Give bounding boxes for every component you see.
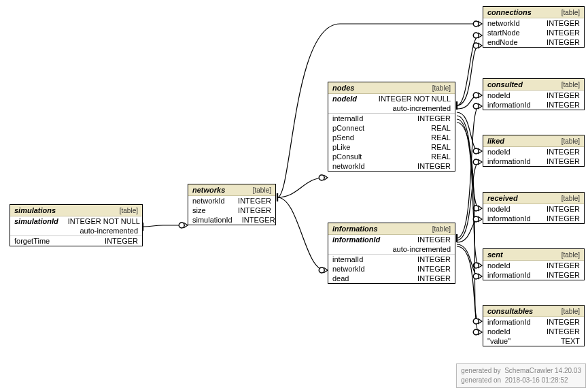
table-name: nodes: [332, 84, 354, 92]
table-tag: [table]: [561, 9, 580, 16]
table-tag: [table]: [561, 137, 580, 145]
column-row: informationId INTEGER: [483, 157, 584, 166]
column-row: forgetTime INTEGER: [10, 235, 142, 246]
table-received: received [table] nodeId INTEGER informat…: [483, 192, 585, 224]
table-tag: [table]: [432, 84, 451, 92]
column-row: internalId INTEGER: [328, 113, 455, 123]
column-row: informationId INTEGER: [483, 270, 584, 280]
column-row: informationId INTEGER: [483, 317, 584, 327]
column-row: networkId INTEGER: [328, 264, 455, 274]
column-row: auto-incremented: [10, 226, 142, 235]
table-name: networks: [192, 186, 225, 194]
table-name: informations: [332, 225, 378, 233]
column-row: size INTEGER: [188, 206, 275, 215]
table-networks: networks [table] networkId INTEGER size …: [188, 184, 276, 225]
table-tag: [table]: [561, 308, 580, 315]
column-row: auto-incremented: [328, 103, 455, 113]
column-row: "value" TEXT: [483, 336, 584, 346]
table-tag: [table]: [561, 81, 580, 88]
table-nodes: nodes [table] nodeId INTEGER NOT NULL au…: [328, 82, 455, 172]
column-row: internalId INTEGER: [328, 254, 455, 264]
table-name: connections: [487, 8, 532, 16]
table-tag: [table]: [120, 207, 138, 214]
column-row: nodeId INTEGER: [483, 261, 584, 270]
column-row: simulationId INTEGER NOT NULL: [10, 216, 142, 226]
column-row: nodeId INTEGER: [483, 204, 584, 214]
footer-label: generated by: [461, 367, 500, 374]
table-tag: [table]: [561, 251, 580, 259]
table-liked: liked [table] nodeId INTEGER information…: [483, 135, 585, 167]
column-row: simulationId INTEGER: [188, 215, 275, 225]
table-tag: [table]: [432, 225, 451, 233]
column-row: nodeId INTEGER: [483, 327, 584, 336]
table-connections: connections [table] networkId INTEGER st…: [483, 6, 585, 48]
column-row: informationId INTEGER: [483, 100, 584, 110]
footer-value: 2018-03-16 01:28:52: [505, 376, 568, 384]
table-name: liked: [487, 137, 504, 145]
table-consultables: consultables [table] informationId INTEG…: [483, 305, 585, 346]
column-row: startNode INTEGER: [483, 28, 584, 37]
column-row: nodeId INTEGER: [483, 91, 584, 100]
table-name: sent: [487, 250, 503, 259]
column-row: networkId INTEGER: [483, 18, 584, 28]
column-row: dead INTEGER: [328, 274, 455, 283]
column-row: networkId INTEGER: [188, 196, 275, 206]
column-row: pConnect REAL: [328, 123, 455, 133]
column-row: pSend REAL: [328, 133, 455, 142]
table-sent: sent [table] nodeId INTEGER informationI…: [483, 248, 585, 280]
table-name: consulted: [487, 80, 523, 88]
column-row: networkId INTEGER: [328, 161, 455, 171]
table-name: received: [487, 194, 518, 202]
column-row: informationId INTEGER: [483, 214, 584, 223]
table-tag: [table]: [253, 186, 271, 194]
column-row: nodeId INTEGER NOT NULL: [328, 94, 455, 103]
footer-value: SchemaCrawler 14.20.03: [504, 367, 581, 374]
table-consulted: consulted [table] nodeId INTEGER informa…: [483, 78, 585, 110]
table-simulations: simulations [table] simulationId INTEGER…: [10, 204, 143, 246]
table-name: simulations: [14, 206, 56, 214]
generator-footer: generated by SchemaCrawler 14.20.03 gene…: [456, 363, 586, 388]
footer-label: generated on: [461, 376, 501, 384]
table-name: consultables: [487, 307, 533, 315]
column-row: pLike REAL: [328, 142, 455, 152]
table-informations: informations [table] informationId INTEG…: [328, 223, 455, 284]
column-row: endNode INTEGER: [483, 37, 584, 47]
column-row: informationId INTEGER: [328, 235, 455, 244]
column-row: auto-incremented: [328, 244, 455, 254]
column-row: nodeId INTEGER: [483, 147, 584, 157]
table-tag: [table]: [561, 195, 580, 202]
column-row: pConsult REAL: [328, 152, 455, 161]
